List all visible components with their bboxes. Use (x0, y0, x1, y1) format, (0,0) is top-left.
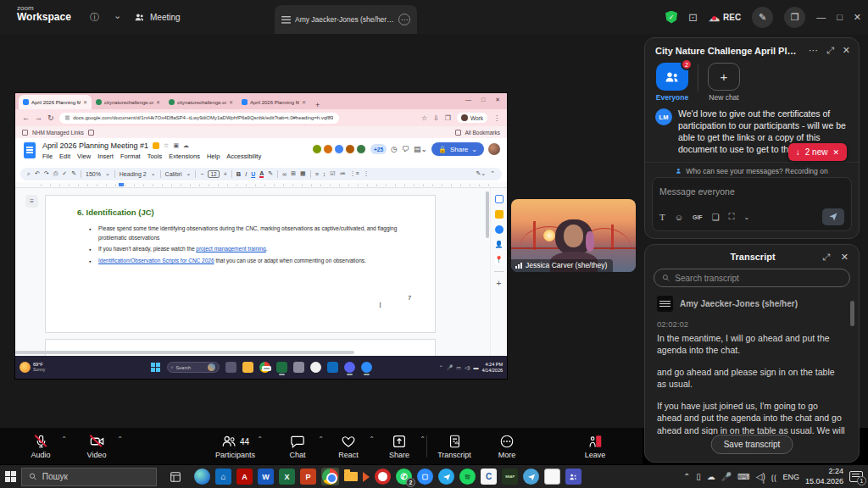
chrome-minimize-icon[interactable]: — (465, 97, 471, 103)
collaborator-overflow-badge[interactable]: +25 (370, 144, 387, 154)
keep-icon[interactable] (495, 210, 504, 219)
menu-insert[interactable]: Insert (97, 152, 114, 160)
transcript-scrollbar[interactable] (850, 301, 854, 326)
doc-link[interactable]: project management training (196, 246, 265, 252)
zoom-taskbar-icon[interactable]: ▢ (417, 469, 433, 485)
spellcheck-icon[interactable]: ✓ (62, 170, 67, 177)
tray-chevron-icon[interactable]: ⌃ (683, 472, 690, 481)
italic-button[interactable]: I (245, 171, 247, 177)
paragraph-style-select[interactable]: Heading 2 (120, 171, 147, 177)
paint-format-icon[interactable]: ✎ (71, 170, 76, 177)
share-dropdown-icon[interactable]: ⌄ (471, 146, 477, 153)
chevron-down-icon[interactable]: ⌄ (114, 10, 121, 21)
onedrive-icon[interactable]: ☁ (707, 472, 715, 481)
send-button[interactable] (822, 208, 844, 225)
tab-shared-screen[interactable]: Amy Jaecker-Jones (she/her)'s scr ⋯ (275, 5, 417, 34)
edge-icon[interactable] (194, 469, 210, 485)
share-button[interactable]: 🔒Share⌄ (431, 142, 484, 156)
tasks-icon[interactable] (495, 225, 504, 234)
search-menus-icon[interactable]: ⌕ (27, 170, 31, 177)
forward-icon[interactable]: → (35, 114, 42, 122)
undo-icon[interactable]: ↶ (35, 170, 40, 177)
security-shield-icon[interactable]: ✓ (665, 11, 677, 24)
notification-center-icon[interactable]: 1 (849, 471, 863, 482)
discord-icon[interactable] (344, 362, 355, 373)
chat-privacy-notice[interactable]: Who can see your messages? Recording on (645, 162, 859, 175)
chrome-icon[interactable] (259, 362, 270, 373)
browser-tab-2[interactable]: citynaturechallenge.org/live✕ (92, 95, 164, 109)
acrobat-icon[interactable]: A (236, 469, 253, 485)
meet-camera-icon[interactable]: ▤⌄ (414, 145, 427, 153)
font-size-value[interactable]: 12 (208, 170, 219, 178)
microsoft-store-icon[interactable]: ⌂ (215, 469, 231, 485)
contacts-icon[interactable]: 👤 (495, 241, 504, 249)
volume-tray-icon[interactable]: ◁) (465, 364, 470, 370)
minimize-button[interactable]: — (816, 12, 826, 22)
font-size-decrease[interactable]: − (200, 171, 203, 177)
info-icon[interactable]: ⓘ (90, 11, 99, 24)
chat-control[interactable]: Chat⌃ (279, 434, 316, 459)
participants-options-chevron[interactable]: ⌃ (257, 435, 263, 443)
leave-control[interactable]: Leave (576, 434, 614, 459)
mic-tray-icon[interactable]: 🎤 (721, 472, 732, 481)
calendar-icon[interactable] (495, 195, 504, 203)
maximize-button[interactable]: □ (837, 12, 843, 22)
chrome-maximize-icon[interactable]: □ (481, 97, 485, 103)
checklist-icon[interactable]: ☑ (330, 170, 335, 177)
snap-camera-icon[interactable]: SNAP (502, 469, 518, 485)
emoji-icon[interactable]: ☺ (675, 213, 683, 222)
bullet-list-icon[interactable]: ≔ (340, 170, 346, 177)
document-app-icon[interactable] (544, 469, 560, 485)
tab-more-options-icon[interactable]: ⋯ (398, 14, 410, 25)
tray-chevron-icon[interactable]: ⌃ (439, 364, 443, 370)
weather-widget[interactable]: 69°FSunny (19, 362, 45, 373)
margin-marker[interactable] (119, 183, 124, 186)
more-control[interactable]: More (488, 434, 526, 459)
document-outline-icon[interactable]: ≡ (25, 195, 38, 208)
text-format-icon[interactable]: T (659, 212, 665, 222)
highlight-button[interactable]: ✎ (268, 170, 273, 177)
doc-link[interactable]: Identification/Observation Scripts for C… (98, 258, 214, 263)
bold-button[interactable]: B (236, 170, 241, 178)
transcript-search-input[interactable] (675, 274, 842, 283)
browser-tab-3[interactable]: citynaturechallenge.org/live✕ (164, 95, 237, 109)
redo-icon[interactable]: ↷ (44, 170, 49, 177)
font-select[interactable]: Calibri (165, 171, 182, 177)
transcript-popout-icon[interactable]: ⤢ (822, 252, 830, 263)
taskbar-search-input[interactable] (42, 472, 149, 481)
chat-popout-icon[interactable]: ⤢ (826, 45, 834, 56)
document-title[interactable]: April 2026 Planning Meeting #1 (42, 141, 148, 150)
volume-icon[interactable]: ◁) (756, 472, 765, 481)
app-c-icon[interactable]: C (481, 469, 497, 485)
chrome-close-icon[interactable]: ✕ (495, 97, 500, 103)
chat-close-icon[interactable]: ✕ (843, 45, 850, 56)
doc-horizontal-scrollbar[interactable] (15, 351, 354, 354)
bookmark-star-icon[interactable]: ☆ (421, 114, 427, 122)
new-tab-button[interactable]: + (315, 101, 320, 109)
language-indicator[interactable]: ENG (782, 473, 799, 481)
word-icon[interactable]: W (258, 469, 274, 485)
reload-icon[interactable]: ↻ (47, 114, 54, 122)
menu-tools[interactable]: Tools (147, 152, 163, 160)
video-options-chevron[interactable]: ⌃ (117, 435, 123, 443)
bookmark-item[interactable]: NHM Managed Links (32, 130, 84, 136)
taskbar-search[interactable] (21, 468, 157, 486)
document-page[interactable]: 6. Identification (JC) Please spend some… (45, 195, 436, 333)
start-button[interactable] (151, 363, 161, 373)
battery-tray-icon[interactable]: ▬ (474, 365, 479, 370)
font-size-increase[interactable]: + (224, 171, 227, 177)
gif-icon[interactable]: GIF (693, 214, 703, 220)
more-tools-icon[interactable]: ⋮ (364, 170, 370, 177)
chat-message-input[interactable] (659, 186, 844, 197)
text-color-button[interactable]: A (259, 170, 264, 178)
menu-file[interactable]: File (42, 152, 53, 160)
zoom-app-icon[interactable] (361, 362, 372, 373)
audio-options-chevron[interactable]: ⌃ (61, 435, 67, 443)
dismiss-icon[interactable]: ✕ (832, 148, 839, 157)
outlook-icon[interactable] (327, 362, 338, 373)
all-bookmarks-link[interactable]: All Bookmarks (465, 130, 500, 136)
mic-tray-icon[interactable]: 🎤 (447, 364, 453, 370)
annotate-pencil-button[interactable]: ✎ (752, 7, 773, 28)
react-options-chevron[interactable]: ⌃ (369, 435, 375, 443)
print-icon[interactable]: ⎙ (53, 170, 58, 177)
